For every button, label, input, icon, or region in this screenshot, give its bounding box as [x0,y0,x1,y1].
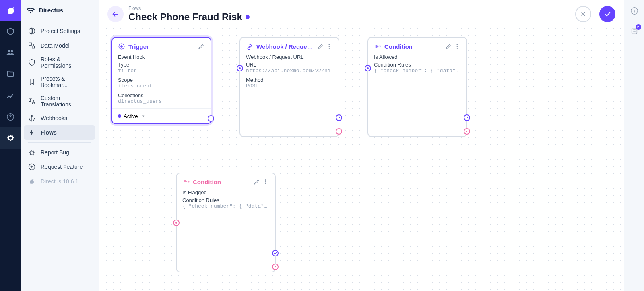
port-out-err[interactable] [336,128,342,135]
wifi-icon [26,6,35,15]
sidebar-item-data-model[interactable]: Data Model [24,38,95,53]
more-icon[interactable] [262,178,269,185]
rabbit-icon [5,5,16,16]
app-name: Directus [39,7,63,14]
svg-rect-2 [29,43,31,45]
main-area: Flows Check Phone Fraud Risk [99,0,624,291]
rail-settings[interactable] [0,127,21,149]
svg-point-15 [367,67,369,69]
module-rail [0,0,21,291]
port-out-ok[interactable] [464,114,470,121]
sidebar-item-webhooks[interactable]: Webhooks [24,111,95,125]
translate-icon [28,97,36,105]
rabbit-small-icon [28,177,36,185]
node-trigger[interactable]: Trigger Event Hook Type filter Scope ite… [111,37,211,124]
status-dot-icon [118,114,121,118]
sidebar-menu: Project Settings Data Model Roles & Perm… [21,21,99,192]
sidebar-version: Directus 10.6.1 [24,174,95,189]
sidebar-item-roles[interactable]: Roles & Permissions [24,53,95,72]
port-out-ok[interactable] [208,115,214,122]
check-icon [603,10,611,18]
page-title: Check Phone Fraud Risk [128,11,250,23]
close-icon [580,10,587,18]
node-condition-allowed[interactable]: Condition Is Allowed Condition Rules { "… [367,37,467,137]
edit-icon[interactable] [198,43,205,50]
bolt-icon [28,129,36,137]
svg-point-16 [265,179,266,180]
edit-icon[interactable] [253,178,260,185]
svg-point-4 [31,115,32,116]
rail-files[interactable] [0,63,21,85]
anchor-icon [28,114,36,122]
condition-icon [374,43,381,50]
sidebar-item-request-feature[interactable]: Request Feature [24,160,95,174]
rail-collections[interactable] [0,21,21,42]
port-out-ok[interactable] [336,114,342,121]
port-in[interactable] [365,65,371,71]
node-condition-flagged[interactable]: Condition Is Flagged Condition Rules { "… [176,173,276,272]
node-webhook[interactable]: Webhook / Request U Webhook / Request UR… [239,37,339,137]
trigger-icon [118,43,125,50]
sidebar-item-flows[interactable]: Flows [24,125,95,140]
port-out-ok[interactable] [272,250,279,256]
app-logo[interactable] [0,0,21,21]
port-out-err[interactable] [464,128,470,135]
chevron-down-icon [140,113,147,119]
sidebar-header: Directus [21,0,99,21]
arrow-left-icon [111,10,120,19]
node-body: Event Hook Type filter Scope items.creat… [112,54,211,108]
rail-users[interactable] [0,42,21,63]
svg-point-19 [175,222,177,224]
more-icon[interactable] [454,43,461,50]
logs-button[interactable]: 2 [630,27,639,37]
bookmark-icon [28,78,36,86]
gear-icon [6,134,15,143]
sidebar-divider [28,142,91,143]
svg-point-8 [329,44,330,45]
link-icon [246,43,253,50]
condition-icon [182,178,190,185]
back-button[interactable] [107,6,124,22]
edit-icon[interactable] [317,43,324,50]
node-status[interactable]: Active [112,108,211,123]
datamodel-icon [28,42,36,50]
port-out-err[interactable] [272,264,279,270]
node-title: Trigger [128,43,194,50]
sidebar-item-report-bug[interactable]: Report Bug [24,145,95,160]
flow-canvas[interactable]: Trigger Event Hook Type filter Scope ite… [99,28,624,291]
title-block: Flows Check Phone Fraud Risk [128,6,250,23]
cube-icon [6,27,15,36]
svg-point-18 [265,183,266,184]
svg-point-12 [457,44,458,45]
right-strip: 2 [624,0,644,291]
shield-icon [28,58,36,67]
sidebar-item-translations[interactable]: Custom Translations [24,91,95,111]
unsaved-dot-icon [246,15,250,19]
globe-icon [28,27,36,35]
svg-point-9 [329,46,330,47]
node-header: Trigger [112,38,211,52]
users-icon [6,48,15,57]
svg-point-11 [239,67,241,69]
folder-icon [6,70,15,79]
edit-icon[interactable] [445,43,452,50]
sidebar-item-presets[interactable]: Presets & Bookmar... [24,72,95,91]
rail-help[interactable] [0,106,21,127]
svg-point-14 [457,48,458,48]
more-icon[interactable] [326,43,333,50]
rail-insights[interactable] [0,85,21,106]
badge-count: 2 [636,24,641,30]
breadcrumb[interactable]: Flows [128,6,250,11]
chart-icon [6,91,15,100]
bug-icon [28,148,36,156]
svg-rect-3 [32,46,35,48]
svg-point-5 [30,151,33,154]
help-icon [6,112,15,121]
port-in[interactable] [237,65,243,71]
port-in[interactable] [173,220,180,226]
sidebar-item-project-settings[interactable]: Project Settings [24,24,95,38]
topbar: Flows Check Phone Fraud Risk [99,0,624,28]
save-button[interactable] [599,6,615,22]
cancel-button[interactable] [575,6,591,22]
info-icon[interactable] [630,6,639,15]
